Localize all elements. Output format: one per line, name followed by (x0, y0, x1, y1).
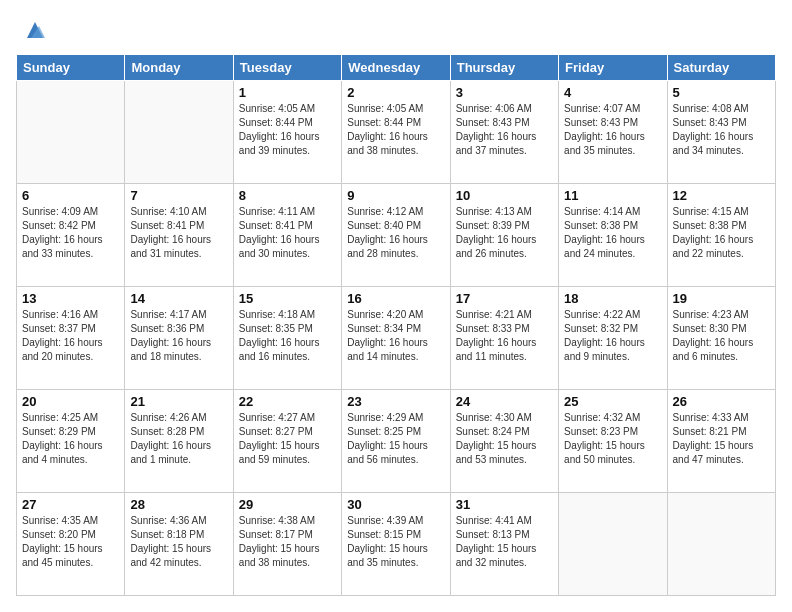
calendar-week-row: 6Sunrise: 4:09 AM Sunset: 8:42 PM Daylig… (17, 184, 776, 287)
day-info: Sunrise: 4:15 AM Sunset: 8:38 PM Dayligh… (673, 205, 770, 261)
day-number: 9 (347, 188, 444, 203)
day-number: 14 (130, 291, 227, 306)
table-row: 29Sunrise: 4:38 AM Sunset: 8:17 PM Dayli… (233, 493, 341, 596)
day-number: 27 (22, 497, 119, 512)
day-number: 21 (130, 394, 227, 409)
table-row: 25Sunrise: 4:32 AM Sunset: 8:23 PM Dayli… (559, 390, 667, 493)
day-number: 4 (564, 85, 661, 100)
day-number: 2 (347, 85, 444, 100)
day-info: Sunrise: 4:14 AM Sunset: 8:38 PM Dayligh… (564, 205, 661, 261)
day-number: 22 (239, 394, 336, 409)
day-number: 18 (564, 291, 661, 306)
day-info: Sunrise: 4:05 AM Sunset: 8:44 PM Dayligh… (239, 102, 336, 158)
logo-icon (21, 16, 49, 44)
day-number: 23 (347, 394, 444, 409)
day-info: Sunrise: 4:32 AM Sunset: 8:23 PM Dayligh… (564, 411, 661, 467)
day-number: 10 (456, 188, 553, 203)
day-number: 5 (673, 85, 770, 100)
day-info: Sunrise: 4:18 AM Sunset: 8:35 PM Dayligh… (239, 308, 336, 364)
day-info: Sunrise: 4:08 AM Sunset: 8:43 PM Dayligh… (673, 102, 770, 158)
table-row (667, 493, 775, 596)
table-row: 14Sunrise: 4:17 AM Sunset: 8:36 PM Dayli… (125, 287, 233, 390)
calendar-table: Sunday Monday Tuesday Wednesday Thursday… (16, 54, 776, 596)
header (16, 16, 776, 44)
calendar-week-row: 27Sunrise: 4:35 AM Sunset: 8:20 PM Dayli… (17, 493, 776, 596)
table-row: 31Sunrise: 4:41 AM Sunset: 8:13 PM Dayli… (450, 493, 558, 596)
table-row: 6Sunrise: 4:09 AM Sunset: 8:42 PM Daylig… (17, 184, 125, 287)
day-number: 6 (22, 188, 119, 203)
day-number: 7 (130, 188, 227, 203)
table-row: 16Sunrise: 4:20 AM Sunset: 8:34 PM Dayli… (342, 287, 450, 390)
col-thursday: Thursday (450, 55, 558, 81)
day-info: Sunrise: 4:35 AM Sunset: 8:20 PM Dayligh… (22, 514, 119, 570)
table-row: 7Sunrise: 4:10 AM Sunset: 8:41 PM Daylig… (125, 184, 233, 287)
table-row: 5Sunrise: 4:08 AM Sunset: 8:43 PM Daylig… (667, 81, 775, 184)
table-row: 23Sunrise: 4:29 AM Sunset: 8:25 PM Dayli… (342, 390, 450, 493)
table-row: 30Sunrise: 4:39 AM Sunset: 8:15 PM Dayli… (342, 493, 450, 596)
table-row: 11Sunrise: 4:14 AM Sunset: 8:38 PM Dayli… (559, 184, 667, 287)
col-wednesday: Wednesday (342, 55, 450, 81)
col-sunday: Sunday (17, 55, 125, 81)
table-row (559, 493, 667, 596)
day-info: Sunrise: 4:12 AM Sunset: 8:40 PM Dayligh… (347, 205, 444, 261)
day-info: Sunrise: 4:27 AM Sunset: 8:27 PM Dayligh… (239, 411, 336, 467)
day-number: 8 (239, 188, 336, 203)
day-info: Sunrise: 4:26 AM Sunset: 8:28 PM Dayligh… (130, 411, 227, 467)
day-info: Sunrise: 4:36 AM Sunset: 8:18 PM Dayligh… (130, 514, 227, 570)
calendar-header-row: Sunday Monday Tuesday Wednesday Thursday… (17, 55, 776, 81)
day-number: 28 (130, 497, 227, 512)
day-info: Sunrise: 4:33 AM Sunset: 8:21 PM Dayligh… (673, 411, 770, 467)
day-number: 30 (347, 497, 444, 512)
day-number: 26 (673, 394, 770, 409)
calendar-week-row: 1Sunrise: 4:05 AM Sunset: 8:44 PM Daylig… (17, 81, 776, 184)
table-row: 8Sunrise: 4:11 AM Sunset: 8:41 PM Daylig… (233, 184, 341, 287)
col-tuesday: Tuesday (233, 55, 341, 81)
table-row: 4Sunrise: 4:07 AM Sunset: 8:43 PM Daylig… (559, 81, 667, 184)
day-number: 17 (456, 291, 553, 306)
table-row (17, 81, 125, 184)
table-row: 10Sunrise: 4:13 AM Sunset: 8:39 PM Dayli… (450, 184, 558, 287)
day-number: 19 (673, 291, 770, 306)
logo-text (16, 20, 18, 40)
table-row: 1Sunrise: 4:05 AM Sunset: 8:44 PM Daylig… (233, 81, 341, 184)
day-info: Sunrise: 4:20 AM Sunset: 8:34 PM Dayligh… (347, 308, 444, 364)
day-number: 25 (564, 394, 661, 409)
day-info: Sunrise: 4:05 AM Sunset: 8:44 PM Dayligh… (347, 102, 444, 158)
day-info: Sunrise: 4:23 AM Sunset: 8:30 PM Dayligh… (673, 308, 770, 364)
day-info: Sunrise: 4:39 AM Sunset: 8:15 PM Dayligh… (347, 514, 444, 570)
day-info: Sunrise: 4:30 AM Sunset: 8:24 PM Dayligh… (456, 411, 553, 467)
page: Sunday Monday Tuesday Wednesday Thursday… (0, 0, 792, 612)
day-info: Sunrise: 4:41 AM Sunset: 8:13 PM Dayligh… (456, 514, 553, 570)
table-row: 27Sunrise: 4:35 AM Sunset: 8:20 PM Dayli… (17, 493, 125, 596)
table-row: 3Sunrise: 4:06 AM Sunset: 8:43 PM Daylig… (450, 81, 558, 184)
day-number: 13 (22, 291, 119, 306)
table-row: 18Sunrise: 4:22 AM Sunset: 8:32 PM Dayli… (559, 287, 667, 390)
day-number: 20 (22, 394, 119, 409)
day-info: Sunrise: 4:29 AM Sunset: 8:25 PM Dayligh… (347, 411, 444, 467)
day-info: Sunrise: 4:21 AM Sunset: 8:33 PM Dayligh… (456, 308, 553, 364)
day-info: Sunrise: 4:10 AM Sunset: 8:41 PM Dayligh… (130, 205, 227, 261)
col-monday: Monday (125, 55, 233, 81)
table-row: 13Sunrise: 4:16 AM Sunset: 8:37 PM Dayli… (17, 287, 125, 390)
col-saturday: Saturday (667, 55, 775, 81)
table-row: 17Sunrise: 4:21 AM Sunset: 8:33 PM Dayli… (450, 287, 558, 390)
day-info: Sunrise: 4:38 AM Sunset: 8:17 PM Dayligh… (239, 514, 336, 570)
table-row: 21Sunrise: 4:26 AM Sunset: 8:28 PM Dayli… (125, 390, 233, 493)
table-row: 2Sunrise: 4:05 AM Sunset: 8:44 PM Daylig… (342, 81, 450, 184)
day-info: Sunrise: 4:09 AM Sunset: 8:42 PM Dayligh… (22, 205, 119, 261)
table-row (125, 81, 233, 184)
logo (16, 16, 49, 44)
day-number: 15 (239, 291, 336, 306)
table-row: 28Sunrise: 4:36 AM Sunset: 8:18 PM Dayli… (125, 493, 233, 596)
table-row: 22Sunrise: 4:27 AM Sunset: 8:27 PM Dayli… (233, 390, 341, 493)
table-row: 12Sunrise: 4:15 AM Sunset: 8:38 PM Dayli… (667, 184, 775, 287)
day-number: 16 (347, 291, 444, 306)
table-row: 26Sunrise: 4:33 AM Sunset: 8:21 PM Dayli… (667, 390, 775, 493)
day-info: Sunrise: 4:11 AM Sunset: 8:41 PM Dayligh… (239, 205, 336, 261)
calendar-week-row: 13Sunrise: 4:16 AM Sunset: 8:37 PM Dayli… (17, 287, 776, 390)
day-number: 12 (673, 188, 770, 203)
day-info: Sunrise: 4:17 AM Sunset: 8:36 PM Dayligh… (130, 308, 227, 364)
day-number: 11 (564, 188, 661, 203)
day-info: Sunrise: 4:07 AM Sunset: 8:43 PM Dayligh… (564, 102, 661, 158)
day-info: Sunrise: 4:25 AM Sunset: 8:29 PM Dayligh… (22, 411, 119, 467)
